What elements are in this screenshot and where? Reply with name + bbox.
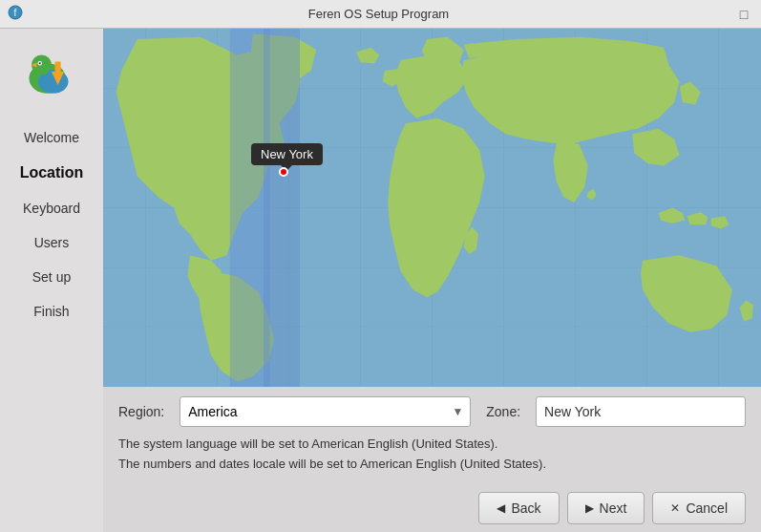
window-title: Feren OS Setup Program — [23, 7, 734, 21]
sidebar: Welcome Location Keyboard Users Set up F… — [0, 29, 103, 532]
sidebar-item-keyboard[interactable]: Keyboard — [0, 191, 103, 225]
world-map[interactable]: New York — [103, 29, 761, 387]
back-icon: ◀ — [497, 501, 505, 515]
svg-rect-9 — [55, 62, 61, 74]
main-layout: Welcome Location Keyboard Users Set up F… — [0, 29, 761, 532]
region-label: Region: — [118, 404, 164, 419]
feren-icon: f — [8, 5, 23, 23]
sidebar-item-users[interactable]: Users — [0, 225, 103, 260]
sidebar-item-welcome[interactable]: Welcome — [0, 120, 103, 155]
region-select-wrapper: America Africa Antarctica Asia Atlantic … — [180, 396, 471, 427]
cancel-button[interactable]: ✕ Cancel — [652, 492, 746, 524]
region-form: Region: America Africa Antarctica Asia A… — [103, 387, 761, 484]
next-icon: ▶ — [585, 501, 594, 515]
content-area: New York Region: America Africa Antarcti… — [103, 29, 761, 532]
titlebar: f Feren OS Setup Program □ — [0, 0, 761, 29]
map-svg — [103, 29, 761, 387]
cancel-icon: ✕ — [670, 501, 680, 515]
app-logo — [18, 38, 85, 105]
locale-info-text: The numbers and dates locale will be set… — [118, 457, 746, 471]
next-button[interactable]: ▶ Next — [567, 492, 645, 524]
button-row: ◀ Back ▶ Next ✕ Cancel — [103, 484, 761, 532]
sidebar-item-location[interactable]: Location — [0, 155, 103, 191]
region-zone-row: Region: America Africa Antarctica Asia A… — [118, 396, 746, 427]
map-location-dot — [279, 167, 288, 177]
back-button[interactable]: ◀ Back — [478, 492, 559, 524]
zone-label: Zone: — [486, 404, 520, 419]
region-select[interactable]: America Africa Antarctica Asia Atlantic … — [180, 396, 471, 427]
zone-display: New York — [536, 396, 746, 427]
sidebar-item-finish[interactable]: Finish — [0, 294, 103, 329]
timezone-stripe — [264, 29, 300, 387]
sidebar-item-setup[interactable]: Set up — [0, 260, 103, 294]
language-info-text: The system language will be set to Ameri… — [118, 436, 746, 451]
svg-text:f: f — [14, 8, 17, 18]
window-maximize-button[interactable]: □ — [734, 5, 753, 24]
svg-point-7 — [39, 62, 41, 64]
